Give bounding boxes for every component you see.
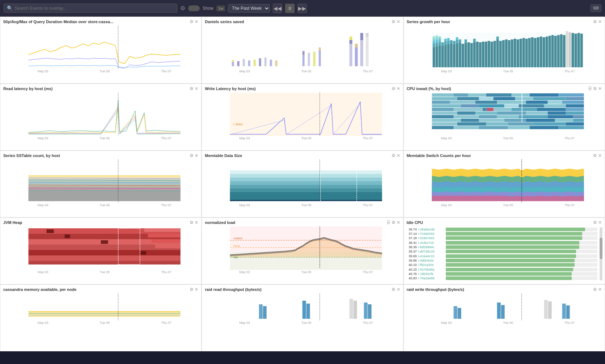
- close-icon[interactable]: ✕: [195, 287, 198, 292]
- prev-btn[interactable]: ◀◀: [273, 4, 282, 13]
- x-axis: May 03 Tue 05 Thu 07: [10, 136, 198, 140]
- settings-icon[interactable]: ⚙: [190, 19, 194, 24]
- settings-icon[interactable]: ⚙: [593, 220, 597, 225]
- settings-icon[interactable]: ⚙: [190, 220, 194, 225]
- svg-rect-177: [558, 126, 584, 129]
- svg-rect-35: [435, 38, 438, 40]
- close-icon[interactable]: ✕: [397, 287, 400, 292]
- idle-cpu-row: 37.14 i-7c9a0293: [406, 232, 597, 236]
- idle-cpu-bar-track: [446, 259, 597, 262]
- settings-icon[interactable]: ⚙: [190, 86, 194, 91]
- panel-header: CPU iowait (%, by host) ☰ ⚙ ✕: [404, 84, 605, 92]
- settings-icon[interactable]: ⚙: [392, 19, 395, 24]
- close-icon[interactable]: ✕: [195, 86, 198, 91]
- svg-rect-40: [438, 37, 441, 39]
- svg-rect-163: [555, 119, 573, 122]
- svg-rect-104: [230, 93, 382, 136]
- scrollbar[interactable]: [600, 227, 602, 280]
- svg-rect-2: [232, 60, 234, 62]
- svg-rect-132: [504, 104, 519, 107]
- chart-svg: [414, 26, 602, 69]
- svg-rect-61: [467, 42, 470, 67]
- svg-rect-9: [270, 60, 272, 66]
- search-input[interactable]: [15, 6, 174, 11]
- panel-header: cassandra memory available, per node ⚙ ✕: [0, 285, 201, 293]
- settings-icon[interactable]: ⚙: [392, 86, 395, 91]
- search-box[interactable]: 🔍: [4, 4, 177, 13]
- settings-icon[interactable]: ⚙: [392, 220, 395, 225]
- settings-icon[interactable]: ⚙: [593, 153, 597, 158]
- close-icon[interactable]: ✕: [598, 220, 602, 225]
- pause-btn[interactable]: ⏸: [285, 4, 295, 13]
- close-icon[interactable]: ✕: [397, 86, 400, 91]
- panel-actions: ⚙ ✕: [593, 220, 602, 225]
- close-icon[interactable]: ✕: [397, 19, 400, 24]
- close-icon[interactable]: ✕: [598, 86, 602, 91]
- settings-icon[interactable]: ⚙: [190, 287, 194, 292]
- close-icon[interactable]: ✕: [195, 153, 198, 158]
- svg-marker-184: [29, 190, 181, 201]
- idle-cpu-bar-track: [446, 254, 597, 258]
- close-icon[interactable]: ✕: [598, 287, 602, 292]
- svg-rect-134: [544, 104, 566, 107]
- svg-rect-152: [453, 115, 479, 118]
- panel-title: Series SSTable count, by host: [3, 153, 190, 158]
- time-period-select[interactable]: The Past Week: [228, 4, 270, 13]
- settings-icon[interactable]: ⚙: [392, 153, 395, 158]
- panel-jvm-heap: JVM Heap ⚙ ✕: [0, 217, 202, 284]
- chart-svg: [212, 160, 400, 203]
- scrollbar-thumb[interactable]: [600, 238, 602, 259]
- svg-rect-34: [435, 40, 438, 43]
- settings-icon[interactable]: ⚙: [392, 287, 395, 292]
- close-icon[interactable]: ✕: [598, 153, 602, 158]
- panel-header: raid write throughput (bytes/s) ⚙ ✕: [404, 285, 605, 293]
- x-axis: May 03 Tue 05 Thu 07: [414, 69, 602, 73]
- panel-title: Memtable Switch Counts per hour: [407, 153, 593, 158]
- settings-icon[interactable]: ⚙: [593, 287, 597, 292]
- close-icon[interactable]: ✕: [598, 19, 602, 24]
- keyboard-btn[interactable]: ⌨: [591, 4, 601, 12]
- svg-rect-218: [29, 261, 181, 264]
- panel-normalized-load: normalized load ☰ ⚙ ✕: [202, 217, 403, 284]
- panel-header: Read latency by host (ms) ⚙ ✕: [0, 84, 201, 92]
- svg-rect-50: [450, 40, 452, 44]
- svg-marker-209: [432, 196, 584, 201]
- close-icon[interactable]: ✕: [195, 19, 198, 24]
- svg-rect-43: [444, 45, 447, 67]
- svg-rect-170: [533, 122, 566, 126]
- svg-rect-159: [461, 119, 479, 122]
- chart-area: May 03 Tue 05 Thu 07: [0, 226, 201, 278]
- list-icon[interactable]: ☰: [386, 220, 390, 225]
- settings-icon[interactable]: ⚙: [190, 153, 194, 158]
- svg-rect-145: [457, 111, 475, 115]
- svg-rect-99: [571, 33, 574, 67]
- close-icon[interactable]: ✕: [397, 220, 400, 225]
- close-icon[interactable]: ✕: [195, 220, 198, 225]
- settings-icon[interactable]: ⚙: [593, 19, 597, 24]
- svg-rect-148: [526, 111, 547, 115]
- settings-icon[interactable]: ⚙: [593, 86, 597, 91]
- svg-rect-95: [554, 36, 557, 67]
- svg-rect-114: [558, 93, 584, 97]
- panel-title: Write Latency by host (ms): [205, 86, 391, 91]
- panel-title: 50p/Avg/Max of Query Duration Median ove…: [3, 20, 190, 24]
- panel-actions: ⚙ ✕: [392, 153, 400, 158]
- svg-rect-94: [551, 35, 554, 67]
- svg-rect-169: [508, 122, 533, 126]
- svg-rect-20: [302, 55, 305, 66]
- settings-icon[interactable]: ⚙: [180, 5, 185, 12]
- idle-cpu-bar-fill: [446, 272, 572, 276]
- svg-rect-254: [497, 302, 500, 319]
- chart-area: May 03 Tue 05 Thu 07: [404, 293, 605, 329]
- toggle-switch[interactable]: [188, 5, 200, 11]
- svg-rect-72: [496, 40, 499, 67]
- next-btn[interactable]: ▶▶: [297, 4, 307, 13]
- list-icon[interactable]: ☰: [588, 86, 592, 91]
- svg-text:Busy: Busy: [234, 244, 240, 247]
- panel-header: raid read throughput (bytes/s) ⚙ ✕: [202, 285, 403, 293]
- idle-cpu-row: 39.69 i-e1ea4c10: [406, 254, 597, 258]
- svg-rect-54: [456, 40, 458, 44]
- panel-title: Series growth per hour: [407, 20, 593, 24]
- svg-rect-56: [458, 43, 461, 67]
- close-icon[interactable]: ✕: [397, 153, 400, 158]
